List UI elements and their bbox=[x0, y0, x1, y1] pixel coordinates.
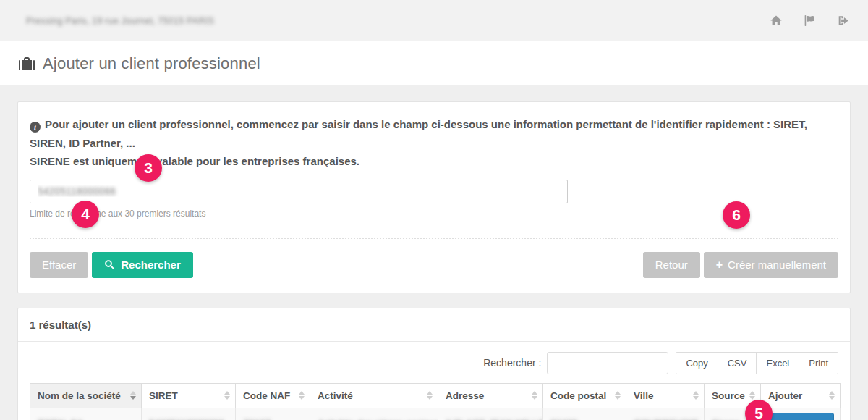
col-header-code-postal[interactable]: Code postal bbox=[543, 383, 626, 408]
search-panel: iPour ajouter un client professionnel, c… bbox=[17, 101, 851, 293]
home-icon[interactable] bbox=[770, 14, 783, 27]
results-count: 1 résultat(s) bbox=[18, 308, 850, 342]
step-badge-6: 6 bbox=[723, 201, 750, 229]
action-button-row: Effacer Rechercher Retour + Créer manuel… bbox=[30, 252, 838, 278]
col-header-nom[interactable]: Nom de la société bbox=[30, 383, 142, 408]
print-button[interactable]: Print bbox=[799, 352, 838, 374]
col-header-ville[interactable]: Ville bbox=[626, 383, 705, 408]
page-header: Ajouter un client professionnel bbox=[0, 41, 868, 85]
step-badge-3: 3 bbox=[135, 154, 162, 182]
cell-naf: 7010Z bbox=[236, 408, 310, 420]
sort-icon bbox=[130, 391, 136, 400]
plus-icon: + bbox=[716, 259, 723, 272]
table-filter-input[interactable] bbox=[547, 352, 668, 374]
sort-icon bbox=[532, 391, 537, 400]
col-header-naf[interactable]: Code NAF bbox=[236, 383, 310, 408]
results-panel: 1 résultat(s) Rechercher : Copy CSV Exce… bbox=[17, 308, 851, 420]
table-filter-row: Rechercher : Copy CSV Excel Print bbox=[30, 352, 838, 374]
dotted-separator bbox=[30, 238, 838, 239]
step-badge-4: 4 bbox=[72, 201, 99, 228]
flag-icon[interactable] bbox=[803, 14, 816, 27]
export-buttons: Copy CSV Excel Print bbox=[676, 352, 838, 374]
cell-code-postal: 92400 bbox=[543, 408, 626, 420]
briefcase-icon bbox=[18, 56, 35, 72]
logout-icon[interactable] bbox=[836, 14, 849, 27]
top-bar: Pressing Paris, 19 rue Journet, 75015 PA… bbox=[0, 0, 868, 41]
sort-icon bbox=[427, 391, 433, 400]
topbar-actions bbox=[770, 14, 849, 27]
sort-icon bbox=[829, 391, 835, 400]
csv-button[interactable]: CSV bbox=[718, 352, 757, 374]
search-icon bbox=[104, 259, 115, 270]
cell-nom: TOTAL SA bbox=[30, 408, 142, 420]
sort-icon bbox=[299, 391, 305, 400]
main-content: iPour ajouter un client professionnel, c… bbox=[0, 85, 868, 420]
copy-button[interactable]: Copy bbox=[676, 352, 718, 374]
add-client-button[interactable]: + Ajouter bbox=[767, 413, 834, 420]
cell-adresse: 2 PLACE JEAN MILLIER bbox=[438, 408, 543, 420]
info-line2: SIRENE est uniquement valable pour les e… bbox=[30, 155, 359, 167]
cell-siret: 54205118000066 bbox=[142, 408, 236, 420]
col-header-adresse[interactable]: Adresse bbox=[438, 383, 543, 408]
table-header-row: Nom de la société SIRET Code NAF Activit… bbox=[30, 383, 841, 408]
search-button[interactable]: Rechercher bbox=[92, 252, 193, 278]
sort-icon bbox=[615, 391, 621, 400]
table-row: TOTAL SA 54205118000066 7010Z Activités … bbox=[30, 408, 841, 420]
results-body: Rechercher : Copy CSV Excel Print N bbox=[18, 342, 850, 420]
sort-icon bbox=[224, 391, 230, 400]
cell-ville: COURBEVOIE bbox=[626, 408, 705, 420]
search-limit-hint: Limite de recherche aux 30 premiers résu… bbox=[30, 209, 838, 219]
results-table: Nom de la société SIRET Code NAF Activit… bbox=[30, 383, 841, 420]
filter-label: Rechercher : bbox=[483, 357, 541, 369]
col-header-ajouter[interactable]: Ajouter bbox=[761, 383, 841, 408]
create-manually-button[interactable]: + Créer manuellement bbox=[704, 252, 838, 278]
col-header-siret[interactable]: SIRET bbox=[142, 383, 236, 408]
cell-ajouter: + Ajouter bbox=[761, 408, 841, 420]
company-address: Pressing Paris, 19 rue Journet, 75015 PA… bbox=[26, 15, 214, 26]
info-line1: Pour ajouter un client professionnel, co… bbox=[30, 118, 807, 149]
col-header-activite[interactable]: Activité bbox=[310, 383, 438, 408]
sort-icon bbox=[749, 391, 755, 400]
back-button[interactable]: Retour bbox=[643, 252, 700, 278]
sort-icon bbox=[693, 391, 699, 400]
info-icon: i bbox=[30, 122, 41, 133]
clear-button[interactable]: Effacer bbox=[30, 252, 88, 278]
identifier-search-input[interactable] bbox=[30, 180, 568, 203]
cell-activite: Activités des sièges sociaux bbox=[310, 408, 438, 420]
page-title: Ajouter un client professionnel bbox=[43, 54, 260, 73]
excel-button[interactable]: Excel bbox=[756, 352, 799, 374]
